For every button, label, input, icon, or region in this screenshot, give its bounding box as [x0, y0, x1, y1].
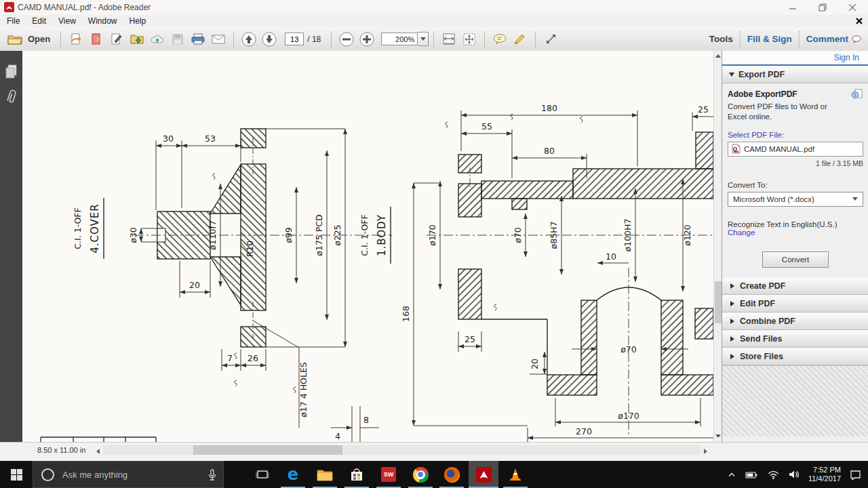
- scroll-down-icon[interactable]: [715, 434, 721, 438]
- title-bar: CAMD MANUAL.pdf - Adobe Reader: [0, 0, 868, 16]
- task-view-button[interactable]: [248, 461, 277, 488]
- convert-button[interactable]: Convert: [762, 251, 829, 268]
- svg-text:270: 270: [576, 426, 592, 436]
- sign-in-row: Sign In: [722, 51, 868, 66]
- body-view: 1.BODY C.I. 1-OFF 180 55 80 25 ø170 168 …: [359, 103, 713, 442]
- print-button[interactable]: [189, 30, 208, 49]
- taskbar-vlc[interactable]: [500, 461, 530, 488]
- fill-sign-tab[interactable]: Fill & Sign: [747, 34, 792, 44]
- page-size-label: 8.50 x 11.00 in: [37, 446, 85, 454]
- open-label[interactable]: Open: [28, 34, 50, 44]
- menu-help[interactable]: Help: [123, 16, 153, 26]
- svg-text:20: 20: [530, 359, 540, 369]
- close-document-icon[interactable]: [854, 16, 864, 26]
- save-button[interactable]: [168, 30, 187, 49]
- zoom-out-button[interactable]: [337, 30, 356, 49]
- zoom-in-button[interactable]: [357, 30, 376, 49]
- export-pdf-section-header[interactable]: Export PDF: [722, 66, 868, 83]
- edit-pdf-section[interactable]: Edit PDF: [722, 295, 868, 312]
- previous-page-button[interactable]: [239, 30, 258, 49]
- microphone-icon[interactable]: [208, 469, 216, 481]
- fit-width-icon: [442, 33, 456, 45]
- combine-pdf-section[interactable]: Combine PDF: [722, 312, 868, 330]
- taskbar-file-explorer[interactable]: [310, 461, 340, 488]
- sign-in-link[interactable]: Sign In: [834, 53, 859, 62]
- open-button[interactable]: [5, 30, 24, 49]
- start-button[interactable]: [0, 461, 33, 488]
- selected-file-box[interactable]: CAMD MANUAL.pdf: [728, 142, 863, 157]
- email-button[interactable]: [209, 30, 228, 49]
- chevron-right-icon: [730, 336, 734, 342]
- separator: [535, 31, 536, 47]
- cloud-upload-icon: [151, 34, 164, 45]
- file-meta: 1 file / 3.15 MB: [728, 159, 863, 167]
- cloud-upload-button[interactable]: [148, 30, 167, 49]
- restore-button[interactable]: [811, 0, 834, 14]
- menu-file[interactable]: File: [0, 16, 26, 26]
- minimize-icon: [789, 4, 796, 11]
- taskbar-solidworks[interactable]: SW: [374, 461, 403, 488]
- comment-bubble-icon: [493, 33, 507, 45]
- store-files-section[interactable]: Store Files: [722, 348, 868, 365]
- attachments-paperclip-icon[interactable]: [5, 88, 18, 106]
- taskbar-firefox[interactable]: [437, 461, 467, 488]
- taskbar-chrome[interactable]: [406, 461, 435, 488]
- svg-text:4: 4: [335, 431, 340, 441]
- battery-icon[interactable]: [745, 470, 758, 479]
- svg-text:ø85H7: ø85H7: [549, 222, 559, 249]
- zoom-dropdown-button[interactable]: [418, 32, 429, 46]
- tray-expand-chevron-icon[interactable]: [728, 470, 736, 479]
- taskbar-store[interactable]: [342, 461, 372, 488]
- send-files-section[interactable]: Send Files: [722, 330, 868, 348]
- scroll-right-icon[interactable]: [704, 449, 707, 454]
- horizontal-scroll-thumb[interactable]: [193, 445, 342, 455]
- svg-text:53: 53: [205, 134, 216, 144]
- windows-logo-icon: [11, 469, 22, 481]
- convert-format-dropdown[interactable]: Microsoft Word (*.docx): [728, 192, 863, 207]
- tools-tab[interactable]: Tools: [709, 34, 733, 44]
- fit-width-button[interactable]: [439, 30, 458, 49]
- zoom-level-box[interactable]: 200%: [381, 33, 418, 45]
- create-pdf-button[interactable]: [87, 30, 106, 49]
- scroll-left-icon[interactable]: [96, 449, 100, 454]
- speaker-icon[interactable]: [789, 470, 800, 479]
- share-pdf-button[interactable]: [66, 30, 85, 49]
- page-number-input[interactable]: [285, 33, 304, 45]
- create-pdf-section[interactable]: Create PDF: [722, 277, 868, 295]
- scroll-up-icon[interactable]: [715, 54, 721, 58]
- wifi-icon[interactable]: [768, 470, 779, 479]
- page-down-icon: [262, 32, 277, 47]
- comment-button[interactable]: [490, 30, 509, 49]
- fit-page-button[interactable]: [460, 30, 479, 49]
- select-file-label: Select PDF File:: [728, 131, 863, 139]
- vertical-scroll-thumb[interactable]: [715, 281, 722, 323]
- document-canvas[interactable]: 4.COVER C.I. 1-OFF 30 53 ø30 ø110f7 R10 …: [22, 51, 713, 442]
- sign-document-button[interactable]: [107, 30, 126, 49]
- solidworks-icon: SW: [381, 467, 396, 482]
- menu-edit[interactable]: Edit: [26, 16, 52, 26]
- service-name: Adobe ExportPDF: [728, 89, 797, 99]
- chevron-right-icon: [730, 301, 734, 306]
- fullscreen-button[interactable]: [541, 30, 560, 49]
- notification-center-icon[interactable]: [850, 470, 861, 480]
- taskbar-edge[interactable]: e: [278, 461, 308, 488]
- chevron-down-icon: [420, 37, 426, 41]
- svg-text:R10: R10: [245, 241, 255, 258]
- highlight-sign-button[interactable]: [511, 30, 530, 49]
- change-link[interactable]: Change: [728, 228, 863, 237]
- close-button[interactable]: [841, 0, 864, 14]
- minimize-button[interactable]: [781, 0, 804, 14]
- save-disk-icon: [172, 34, 183, 45]
- menu-view[interactable]: View: [52, 16, 82, 26]
- save-online-button[interactable]: [127, 30, 146, 49]
- page-thumbnails-icon[interactable]: [5, 64, 18, 79]
- cortana-search-box[interactable]: Ask me anything: [33, 461, 224, 488]
- horizontal-scrollbar[interactable]: [103, 445, 700, 455]
- comment-tab[interactable]: Comment: [806, 34, 848, 44]
- taskbar-adobe-reader-active[interactable]: [469, 461, 498, 488]
- next-page-button[interactable]: [260, 30, 279, 49]
- clock[interactable]: 7:52 PM 11/4/2017: [808, 466, 841, 483]
- print-icon: [191, 33, 205, 45]
- close-icon: [849, 4, 856, 11]
- menu-window[interactable]: Window: [82, 16, 123, 26]
